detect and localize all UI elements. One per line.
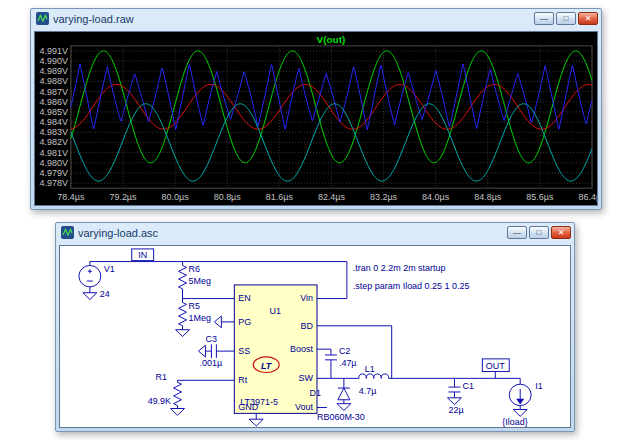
x-tick-label: 84.0µs [422, 192, 450, 202]
component-ref: I1 [535, 381, 543, 391]
pin-boost: Boost [290, 344, 313, 354]
component-value: {Iload} [502, 417, 527, 427]
port-flag-out[interactable]: OUT [482, 359, 509, 378]
x-tick-label: 80.8µs [214, 192, 242, 202]
y-tick-label: 4.978V [39, 178, 67, 188]
component-ref: C2 [339, 346, 351, 356]
pin-en: EN [238, 294, 250, 304]
ground-symbol[interactable] [83, 293, 97, 300]
pin-sw: SW [299, 373, 314, 383]
x-tick-label: 78.4µs [57, 192, 85, 202]
ltspice-icon [36, 12, 49, 25]
component-value: 1Meg [188, 313, 210, 323]
pin-rt: Rt [238, 375, 248, 385]
lt-logo-text: LT [261, 361, 273, 371]
window-title: varying-load.raw [53, 13, 530, 25]
y-tick-label: 4.983V [39, 127, 67, 137]
waveform-pane[interactable]: V(out) 4.991V4.990V4.989V4.988V4.987V4.9… [34, 31, 598, 206]
resistor-r1[interactable]: R1 49.9K [148, 372, 182, 405]
y-tick-label: 4.979V [39, 168, 67, 178]
component-ref: R5 [188, 301, 200, 311]
component-ref: C1 [462, 381, 474, 391]
component-ref: R6 [188, 264, 200, 274]
resistor-r5[interactable]: R5 1Meg [179, 301, 211, 325]
y-tick-label: 4.985V [39, 107, 67, 117]
resistor-r6[interactable]: R6 5Meg [179, 264, 211, 288]
y-tick-label: 4.991V [39, 46, 67, 56]
x-tick-label: 79.2µs [109, 192, 137, 202]
trace-green [71, 51, 592, 163]
window-title: varying-load.asc [78, 227, 503, 239]
pin-vin: Vin [300, 294, 313, 304]
ground-symbol[interactable] [337, 404, 351, 411]
port-label: OUT [486, 361, 506, 371]
ground-symbol[interactable] [176, 330, 190, 337]
component-value: .47µ [339, 358, 357, 368]
component-value: 5Meg [188, 276, 210, 286]
x-tick-label: 83.2µs [370, 192, 398, 202]
ground-symbol[interactable] [513, 409, 527, 416]
ic-ref: U1 [269, 306, 281, 316]
component-value: .001µ [199, 358, 222, 368]
x-tick-label: 80.0µs [162, 192, 190, 202]
component-ref: D1 [310, 388, 322, 398]
pin-bd: BD [301, 321, 313, 331]
x-tick-label: 81.6µs [266, 192, 294, 202]
pin-pg: PG [238, 317, 251, 327]
component-value: 4.7µ [359, 386, 377, 396]
y-tick-label: 4.987V [39, 87, 67, 97]
y-tick-label: 4.989V [39, 66, 67, 76]
waveform-window: varying-load.raw — □ ✕ V(out) 4.991V4.99… [30, 8, 602, 210]
close-button[interactable]: ✕ [578, 12, 598, 25]
ground-symbol[interactable] [249, 419, 263, 426]
waveform-titlebar[interactable]: varying-load.raw — □ ✕ [31, 9, 601, 28]
x-tick-label: 82.4µs [318, 192, 346, 202]
pin-vout: Vout [295, 403, 313, 413]
x-tick-label: 84.8µs [474, 192, 502, 202]
spice-directive-step[interactable]: .step param Iload 0.25 1 0.25 [353, 281, 470, 291]
y-tick-label: 4.988V [39, 76, 67, 86]
ground-symbol[interactable] [171, 409, 185, 416]
waveform-plot[interactable]: V(out) 4.991V4.990V4.989V4.988V4.987V4.9… [35, 32, 597, 205]
pin-gnd: GND [238, 403, 258, 413]
component-value: 22µ [448, 405, 463, 415]
y-tick-label: 4.981V [39, 148, 67, 158]
port-flag-in[interactable]: IN [132, 249, 154, 262]
ground-symbol-left[interactable] [214, 316, 221, 328]
close-button[interactable]: ✕ [551, 226, 571, 239]
schematic-canvas[interactable]: V1 24 IN R6 5Meg R5 1Meg [60, 246, 570, 427]
pin-ss: SS [238, 346, 250, 356]
ic-u1[interactable]: U1 LT3971-5 LT EN PG SS Rt GND Vin BD Bo… [234, 285, 317, 413]
schematic-pane[interactable]: V1 24 IN R6 5Meg R5 1Meg [59, 245, 571, 428]
schematic-window: varying-load.asc — □ ✕ [55, 222, 575, 432]
ground-symbol[interactable] [447, 398, 461, 405]
minimize-button[interactable]: — [534, 12, 554, 25]
y-tick-label: 4.980V [39, 158, 67, 168]
x-tick-label: 86.4µs [578, 192, 597, 202]
schematic-titlebar[interactable]: varying-load.asc — □ ✕ [56, 223, 574, 242]
current-source-i1[interactable]: I1 {Iload} [502, 381, 542, 427]
spice-directive-tran[interactable]: .tran 0 2.2m 2m startup [353, 263, 446, 273]
y-tick-label: 4.990V [39, 56, 67, 66]
port-label: IN [138, 250, 147, 260]
component-ref: V1 [104, 264, 115, 274]
component-ref: C3 [205, 334, 217, 344]
y-tick-label: 4.984V [39, 117, 67, 127]
ground-symbol-left[interactable] [198, 345, 205, 357]
component-ref: R1 [156, 372, 168, 382]
component-value: 24 [100, 289, 110, 299]
minimize-button[interactable]: — [507, 226, 527, 239]
plot-title: V(out) [317, 34, 346, 45]
ltspice-icon [61, 226, 74, 239]
maximize-button[interactable]: □ [529, 226, 549, 239]
x-tick-label: 85.6µs [526, 192, 554, 202]
component-value: 49.9K [148, 396, 172, 406]
component-ref: L1 [365, 365, 375, 375]
y-tick-label: 4.982V [39, 137, 67, 147]
maximize-button[interactable]: □ [556, 12, 576, 25]
component-value: RB060M-30 [317, 412, 365, 422]
diode-d1[interactable]: D1 RB060M-30 [310, 388, 365, 422]
y-tick-label: 4.986V [39, 97, 67, 107]
inductor-l1[interactable]: L1 4.7µ [359, 365, 389, 396]
